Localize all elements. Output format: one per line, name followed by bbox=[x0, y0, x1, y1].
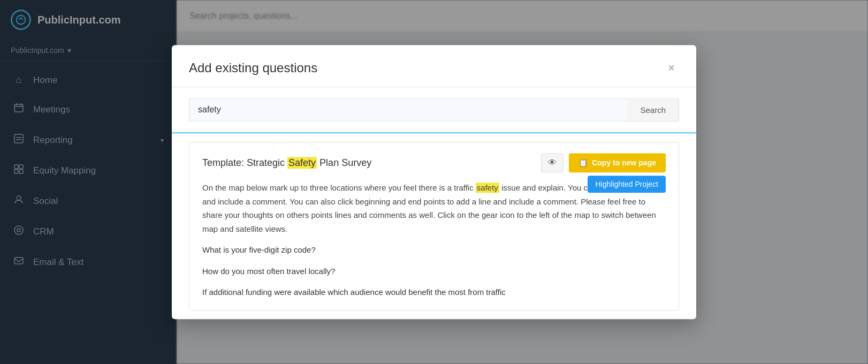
result-title-highlight: Safety bbox=[287, 157, 317, 169]
result-title: Template: Strategic Safety Plan Survey bbox=[202, 157, 371, 169]
copy-icon: 📋 bbox=[578, 158, 588, 167]
modal-search-area: Search bbox=[172, 87, 696, 133]
modal-title: Add existing questions bbox=[189, 60, 317, 75]
modal-close-button[interactable]: × bbox=[664, 60, 679, 76]
body-highlight: safety bbox=[476, 183, 499, 193]
result-card: Template: Strategic Safety Plan Survey 👁… bbox=[189, 142, 679, 310]
copy-to-new-page-button[interactable]: 📋 Copy to new page Highlighted Project bbox=[569, 153, 666, 172]
search-button[interactable]: Search bbox=[627, 98, 679, 122]
result-body: On the map below mark up to three locati… bbox=[202, 181, 666, 299]
result-question-2: How do you most often travel locally? bbox=[202, 264, 666, 278]
result-card-header: Template: Strategic Safety Plan Survey 👁… bbox=[202, 153, 666, 172]
highlighted-project-tooltip: Highlighted Project bbox=[588, 176, 666, 193]
result-title-suffix: Plan Survey bbox=[317, 157, 371, 168]
search-input[interactable] bbox=[189, 98, 627, 122]
copy-button-label: Copy to new page bbox=[592, 158, 656, 167]
preview-button[interactable]: 👁 bbox=[541, 153, 564, 172]
modal: Add existing questions × Search Template… bbox=[172, 45, 696, 319]
eye-icon: 👁 bbox=[548, 158, 557, 167]
result-actions: 👁 📋 Copy to new page Highlighted Project bbox=[541, 153, 666, 172]
modal-body: Template: Strategic Safety Plan Survey 👁… bbox=[172, 133, 696, 319]
result-title-prefix: Template: Strategic bbox=[202, 157, 287, 168]
modal-header: Add existing questions × bbox=[172, 45, 696, 87]
result-question-1: What is your five-digit zip code? bbox=[202, 243, 666, 257]
result-question-3: If additional funding were available whi… bbox=[202, 285, 666, 299]
